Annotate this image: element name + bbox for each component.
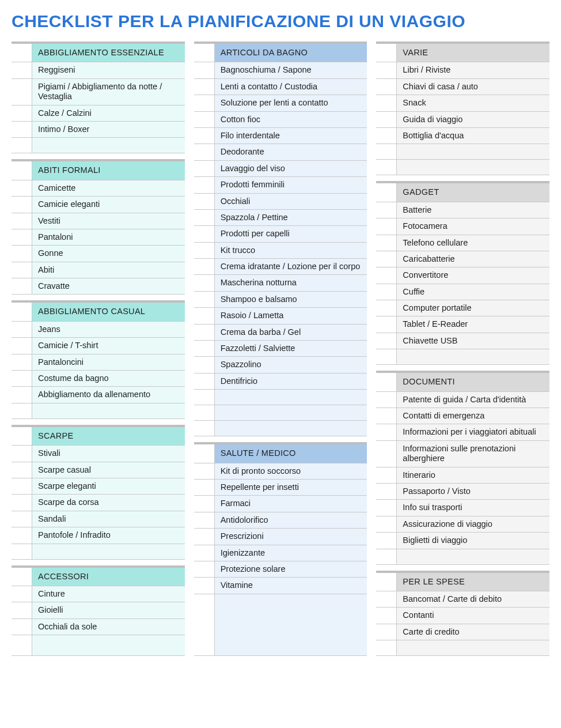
checkbox-cell[interactable] — [12, 303, 32, 320]
checkbox-cell[interactable] — [12, 161, 32, 179]
checkbox-cell[interactable] — [376, 160, 397, 175]
checkbox-cell[interactable] — [194, 128, 215, 144]
checkbox-cell[interactable] — [12, 371, 32, 386]
checkbox-cell[interactable] — [376, 112, 397, 127]
checkbox-cell[interactable] — [194, 62, 215, 78]
checkbox-cell[interactable] — [12, 495, 32, 510]
checkbox-cell[interactable] — [194, 292, 215, 307]
checkbox-cell[interactable] — [12, 544, 32, 559]
checkbox-cell[interactable] — [194, 325, 215, 340]
checkbox-cell[interactable] — [194, 79, 215, 95]
checkbox-cell[interactable] — [194, 512, 215, 528]
checkbox-cell[interactable] — [12, 262, 32, 278]
checkbox-cell[interactable] — [12, 602, 32, 618]
checkbox-cell[interactable] — [194, 194, 215, 209]
checkbox-cell[interactable] — [194, 275, 215, 291]
checkbox-cell[interactable] — [376, 608, 397, 623]
checkbox-cell[interactable] — [376, 79, 397, 95]
checkbox-cell[interactable] — [12, 619, 32, 635]
checkbox-cell[interactable] — [12, 354, 32, 370]
checkbox-cell[interactable] — [376, 44, 397, 62]
checkbox-cell[interactable] — [376, 591, 397, 607]
checkbox-cell[interactable] — [194, 421, 215, 436]
checkbox-cell[interactable] — [376, 95, 397, 111]
checkbox-cell[interactable] — [194, 210, 215, 225]
checkbox-cell[interactable] — [12, 122, 32, 137]
checkbox-cell[interactable] — [194, 444, 215, 462]
checkbox-cell[interactable] — [12, 246, 32, 261]
checkbox-cell[interactable] — [376, 373, 397, 391]
checkbox-cell[interactable] — [376, 349, 397, 364]
checkbox-cell[interactable] — [376, 640, 397, 655]
checkbox-cell[interactable] — [194, 259, 215, 274]
checkbox-cell[interactable] — [194, 44, 215, 62]
checkbox-cell[interactable] — [194, 112, 215, 127]
checkbox-cell[interactable] — [12, 387, 32, 402]
checkbox-cell[interactable] — [12, 62, 32, 78]
checkbox-cell[interactable] — [194, 594, 215, 655]
checkbox-cell[interactable] — [376, 62, 397, 78]
checkbox-cell[interactable] — [376, 392, 397, 408]
checkbox-cell[interactable] — [12, 138, 32, 153]
checkbox-cell[interactable] — [376, 267, 397, 283]
checkbox-cell[interactable] — [376, 128, 397, 144]
checkbox-cell[interactable] — [194, 161, 215, 176]
checkbox-cell[interactable] — [12, 478, 32, 494]
checkbox-cell[interactable] — [194, 480, 215, 495]
checkbox-cell[interactable] — [12, 44, 32, 62]
checkbox-cell[interactable] — [12, 213, 32, 229]
checkbox-cell[interactable] — [376, 549, 397, 564]
checkbox-cell[interactable] — [194, 144, 215, 160]
checkbox-cell[interactable] — [194, 463, 215, 479]
checkbox-cell[interactable] — [12, 446, 32, 461]
checkbox-cell[interactable] — [12, 568, 32, 586]
checkbox-cell[interactable] — [194, 226, 215, 242]
checkbox-cell[interactable] — [12, 511, 32, 527]
checkbox-cell[interactable] — [376, 424, 397, 440]
checkbox-cell[interactable] — [194, 357, 215, 372]
checkbox-cell[interactable] — [376, 300, 397, 316]
checkbox-cell[interactable] — [376, 624, 397, 640]
checkbox-cell[interactable] — [12, 105, 32, 121]
checkbox-cell[interactable] — [194, 561, 215, 577]
checkbox-cell[interactable] — [194, 496, 215, 511]
checkbox-cell[interactable] — [376, 408, 397, 424]
checkbox-cell[interactable] — [376, 144, 397, 159]
checkbox-cell[interactable] — [12, 79, 32, 105]
checkbox-cell[interactable] — [12, 427, 32, 445]
checkbox-cell[interactable] — [194, 529, 215, 544]
checkbox-cell[interactable] — [12, 462, 32, 478]
checkbox-cell[interactable] — [12, 229, 32, 245]
checkbox-cell[interactable] — [376, 251, 397, 267]
checkbox-cell[interactable] — [12, 322, 32, 337]
checkbox-cell[interactable] — [376, 516, 397, 532]
checkbox-cell[interactable] — [376, 573, 397, 591]
checkbox-cell[interactable] — [12, 635, 32, 655]
checkbox-cell[interactable] — [376, 284, 397, 300]
checkbox-cell[interactable] — [194, 374, 215, 389]
checkbox-cell[interactable] — [376, 218, 397, 234]
checkbox-cell[interactable] — [376, 441, 397, 467]
checkbox-cell[interactable] — [194, 95, 215, 111]
checkbox-cell[interactable] — [376, 183, 397, 201]
checkbox-cell[interactable] — [376, 533, 397, 548]
checkbox-cell[interactable] — [376, 316, 397, 332]
checkbox-cell[interactable] — [376, 500, 397, 515]
checkbox-cell[interactable] — [194, 243, 215, 258]
checkbox-cell[interactable] — [12, 527, 32, 543]
checkbox-cell[interactable] — [376, 333, 397, 349]
checkbox-cell[interactable] — [376, 467, 397, 483]
checkbox-cell[interactable] — [194, 578, 215, 593]
checkbox-cell[interactable] — [194, 308, 215, 323]
checkbox-cell[interactable] — [376, 484, 397, 499]
checkbox-cell[interactable] — [376, 235, 397, 251]
checkbox-cell[interactable] — [12, 278, 32, 294]
checkbox-cell[interactable] — [12, 180, 32, 196]
checkbox-cell[interactable] — [12, 586, 32, 602]
checkbox-cell[interactable] — [194, 177, 215, 193]
checkbox-cell[interactable] — [194, 341, 215, 356]
checkbox-cell[interactable] — [12, 197, 32, 212]
checkbox-cell[interactable] — [194, 390, 215, 405]
checkbox-cell[interactable] — [194, 405, 215, 420]
checkbox-cell[interactable] — [376, 202, 397, 218]
